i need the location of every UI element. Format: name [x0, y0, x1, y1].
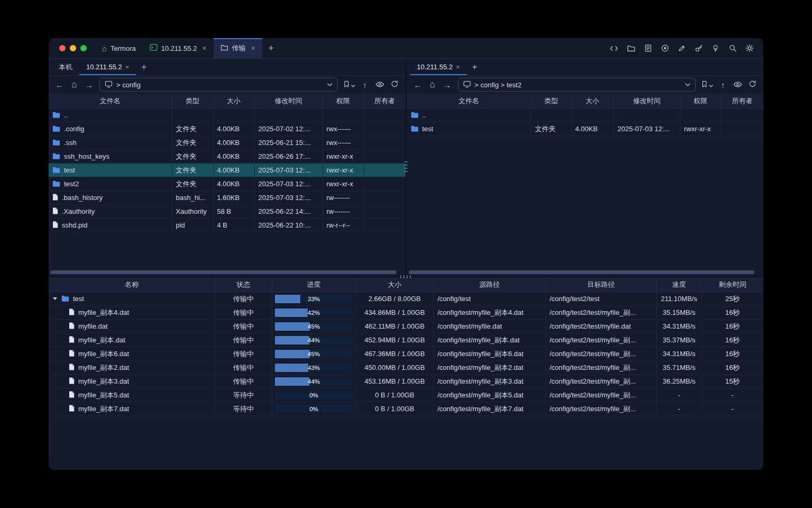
- home-icon: ⌂: [430, 79, 435, 90]
- close-icon[interactable]: ×: [251, 44, 255, 52]
- cell-source-path: /config/test/myfile_副本6.dat: [433, 347, 546, 361]
- col-mtime[interactable]: 修改时间: [254, 94, 322, 108]
- col-filename[interactable]: 文件名: [49, 94, 172, 108]
- col-name[interactable]: 名称: [49, 277, 215, 292]
- transfer-row[interactable]: myfile.dat传输中45%462.11MB / 1.00GB/config…: [49, 320, 763, 333]
- file-row[interactable]: test文件夹4.00KB2025-07-03 12:...rwxr-xr-x: [49, 164, 405, 177]
- zoom-window-button[interactable]: [80, 45, 87, 51]
- col-permissions[interactable]: 权限: [322, 94, 364, 108]
- forward-button[interactable]: →: [441, 78, 454, 92]
- tab-remote[interactable]: 10.211.55.2 ×: [410, 59, 467, 75]
- col-remaining[interactable]: 剩余时间: [702, 277, 763, 292]
- code-icon[interactable]: [607, 42, 621, 55]
- collapse-icon[interactable]: [53, 297, 57, 300]
- file-row[interactable]: .ssh文件夹4.00KB2025-06-21 15:...rwx------: [49, 136, 405, 150]
- file-icon: [69, 322, 75, 331]
- file-row[interactable]: ..: [49, 108, 405, 122]
- transfer-row[interactable]: myfile_副本2.dat传输中43%450.00MB / 1.00GB/co…: [49, 361, 763, 375]
- file-row[interactable]: ..: [407, 108, 764, 122]
- col-speed[interactable]: 速度: [657, 277, 702, 292]
- file-row[interactable]: sshd.pidpid4 B2025-06-22 10:...rw-r--r--: [49, 219, 405, 232]
- upload-button[interactable]: ↑: [716, 78, 730, 92]
- transfer-row[interactable]: myfile_副本3.dat传输中44%453.16MB / 1.00GB/co…: [49, 375, 763, 388]
- cell-filename: .bash_history: [49, 191, 172, 205]
- cell-status: 传输中: [215, 306, 272, 320]
- col-source-path[interactable]: 源路径: [433, 277, 546, 292]
- refresh-button[interactable]: [388, 78, 401, 92]
- file-row[interactable]: test文件夹4.00KB2025-07-03 12:...rwxr-xr-x: [407, 122, 764, 136]
- col-mtime[interactable]: 修改时间: [614, 94, 680, 108]
- settings-icon[interactable]: [743, 42, 756, 55]
- col-filename[interactable]: 文件名: [407, 94, 531, 108]
- file-icon: [69, 405, 75, 413]
- back-button[interactable]: ←: [411, 78, 425, 92]
- cell-filename: .config: [49, 122, 172, 136]
- bookmark-button[interactable]: [342, 78, 357, 92]
- tab-transfer[interactable]: 传输 ×: [214, 38, 262, 58]
- transfer-divider[interactable]: [49, 276, 763, 277]
- forward-button[interactable]: →: [82, 78, 96, 92]
- close-icon[interactable]: ×: [456, 64, 460, 70]
- tab-local[interactable]: 本机: [52, 59, 79, 75]
- file-row[interactable]: ssh_host_keys文件夹4.00KB2025-06-26 17:...r…: [49, 150, 405, 164]
- col-size[interactable]: 大小: [571, 94, 614, 108]
- cell-filename: .ssh: [49, 136, 172, 150]
- chevron-down-icon[interactable]: [327, 83, 333, 86]
- show-hidden-button[interactable]: [373, 78, 386, 92]
- minimize-window-button[interactable]: [70, 45, 76, 51]
- col-progress[interactable]: 进度: [272, 277, 356, 292]
- close-window-button[interactable]: [59, 45, 66, 51]
- col-owner[interactable]: 所有者: [364, 94, 405, 108]
- close-icon[interactable]: ×: [125, 64, 130, 70]
- home-button[interactable]: ⌂: [68, 78, 81, 92]
- new-panel-tab-button[interactable]: +: [136, 59, 152, 75]
- file-row[interactable]: test2文件夹4.00KB2025-07-03 12:...rwxr-xr-x: [49, 177, 405, 191]
- col-permissions[interactable]: 权限: [680, 94, 721, 108]
- scrollbar-thumb[interactable]: [409, 270, 755, 274]
- bulb-icon[interactable]: [709, 42, 722, 55]
- log-icon[interactable]: [641, 42, 654, 55]
- path-breadcrumb[interactable]: > config: [99, 78, 338, 92]
- tab-host-session[interactable]: 10.211.55.2 ×: [143, 38, 214, 58]
- file-row[interactable]: .config文件夹4.00KB2025-07-02 12:...rwx----…: [49, 122, 405, 136]
- col-size[interactable]: 大小: [356, 277, 433, 292]
- cell-name: myfile_副本2.dat: [49, 361, 215, 375]
- new-tab-button[interactable]: +: [262, 38, 280, 58]
- transfer-row[interactable]: myfile_副本.dat传输中44%452.94MB / 1.00GB/con…: [49, 333, 763, 347]
- path-breadcrumb[interactable]: > config > test2: [458, 78, 696, 92]
- file-row[interactable]: .XauthorityXauthority58 B2025-06-22 14:.…: [49, 205, 405, 219]
- home-button[interactable]: ⌂: [426, 78, 439, 92]
- col-owner[interactable]: 所有者: [721, 94, 764, 108]
- tab-termora[interactable]: ⌂ Termora: [95, 38, 143, 58]
- bookmark-button[interactable]: [699, 78, 715, 92]
- back-button[interactable]: ←: [53, 78, 66, 92]
- transfer-row[interactable]: myfile_副本5.dat等待中0%0 B / 1.00GB/config/t…: [49, 388, 763, 402]
- col-target-path[interactable]: 目标路径: [546, 277, 657, 292]
- tab-remote[interactable]: 10.211.55.2 ×: [79, 59, 136, 75]
- scrollbar-thumb[interactable]: [50, 270, 396, 274]
- cell-permissions: rwxr-xr-x: [680, 122, 721, 136]
- transfer-row[interactable]: myfile_副本7.dat等待中0%0 B / 1.00GB/config/t…: [49, 402, 763, 416]
- transfer-row[interactable]: myfile_副本6.dat传输中45%467.36MB / 1.00GB/co…: [49, 347, 763, 361]
- horizontal-scrollbar[interactable]: [50, 270, 400, 274]
- col-type[interactable]: 类型: [531, 94, 571, 108]
- search-icon[interactable]: [726, 42, 739, 55]
- horizontal-scrollbar[interactable]: [409, 270, 759, 274]
- transfer-row[interactable]: test传输中33%2.66GB / 8.00GB/config/test/co…: [49, 292, 763, 306]
- show-hidden-button[interactable]: [731, 78, 744, 92]
- folder-icon[interactable]: [624, 42, 638, 55]
- edit-icon[interactable]: [675, 42, 688, 55]
- right-navbar: ← ⌂ → > config > test2 ↑: [407, 76, 764, 94]
- new-panel-tab-button[interactable]: +: [467, 59, 483, 75]
- refresh-button[interactable]: [746, 78, 759, 92]
- key-icon[interactable]: [692, 42, 705, 55]
- upload-button[interactable]: ↑: [358, 78, 372, 92]
- transfer-row[interactable]: myfile_副本4.dat传输中42%434.86MB / 1.00GB/co…: [49, 306, 763, 320]
- chevron-down-icon[interactable]: [685, 83, 690, 86]
- close-icon[interactable]: ×: [202, 44, 206, 52]
- record-icon[interactable]: [658, 42, 671, 55]
- file-row[interactable]: .bash_historybash_hi...1.60KB2025-07-03 …: [49, 191, 405, 205]
- col-type[interactable]: 类型: [172, 94, 213, 108]
- col-status[interactable]: 状态: [215, 277, 272, 292]
- col-size[interactable]: 大小: [213, 94, 254, 108]
